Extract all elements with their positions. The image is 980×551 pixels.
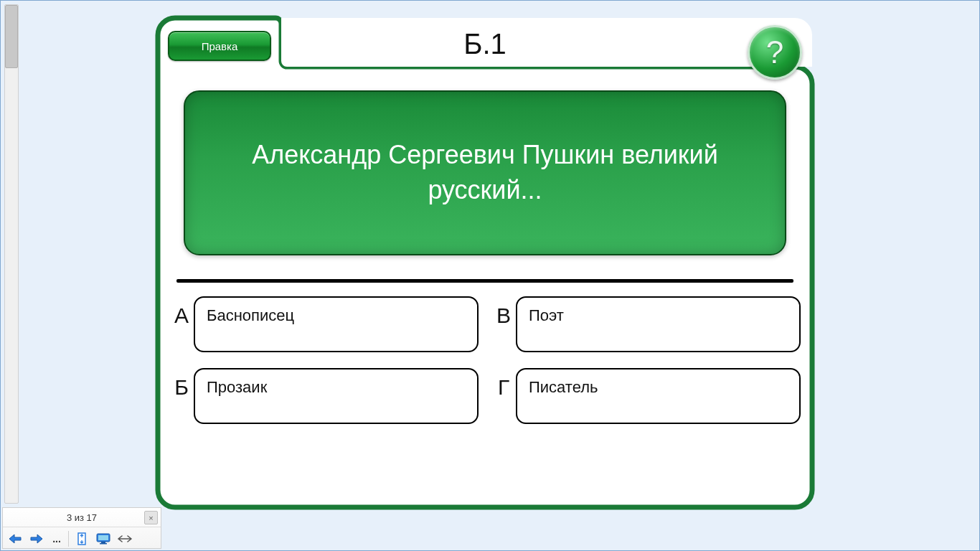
- divider: [176, 279, 793, 283]
- slide: Правка Б.1 ? Александр Сергеевич Пушкин …: [155, 15, 815, 510]
- answer-text: Баснописец: [207, 306, 294, 324]
- toolbar-buttons: ...: [3, 527, 161, 550]
- prev-slide-button[interactable]: [5, 529, 25, 548]
- answer-letter: В: [491, 296, 516, 328]
- answer-a: А Баснописец: [169, 296, 479, 352]
- answer-letter: А: [169, 296, 194, 328]
- answer-letter: Г: [491, 368, 516, 400]
- toolbar-header: 3 из 17 ×: [3, 508, 161, 527]
- more-button[interactable]: ...: [48, 529, 65, 548]
- answer-option[interactable]: Писатель: [516, 368, 801, 424]
- fit-width-icon: [118, 534, 132, 543]
- answer-text: Поэт: [529, 306, 564, 324]
- close-icon: ×: [149, 514, 153, 522]
- scrollbar-thumb[interactable]: [5, 5, 18, 68]
- fit-page-icon: [75, 532, 88, 545]
- answer-b: Б Прозаик: [169, 368, 479, 424]
- navigation-toolbar: 3 из 17 × ...: [2, 507, 161, 549]
- next-slide-button[interactable]: [27, 529, 47, 548]
- question-mark-icon: ?: [766, 34, 783, 70]
- page-indicator: 3 из 17: [67, 512, 97, 523]
- help-button[interactable]: ?: [748, 25, 802, 80]
- toolbar-separator: [68, 531, 69, 547]
- svg-rect-2: [98, 535, 108, 540]
- arrow-left-icon: [8, 533, 22, 545]
- question-box: Александр Сергеевич Пушкин великий русск…: [184, 90, 786, 255]
- fit-width-button[interactable]: [115, 529, 135, 548]
- answer-text: Прозаик: [207, 378, 267, 396]
- app-viewport: Правка Б.1 ? Александр Сергеевич Пушкин …: [0, 0, 980, 551]
- answer-v: В Поэт: [491, 296, 801, 352]
- toolbar-close-button[interactable]: ×: [144, 511, 158, 524]
- answer-letter: Б: [169, 368, 194, 400]
- question-text: Александр Сергеевич Пушкин великий русск…: [199, 138, 771, 207]
- presentation-mode-button[interactable]: [93, 529, 113, 548]
- monitor-icon: [96, 533, 110, 545]
- answer-g: Г Писатель: [491, 368, 801, 424]
- fit-page-button[interactable]: [72, 529, 92, 548]
- answer-option[interactable]: Баснописец: [194, 296, 479, 352]
- answers-grid: А Баснописец В Поэт Б Прозаик Г: [169, 296, 801, 440]
- svg-rect-4: [100, 543, 107, 545]
- arrow-right-icon: [29, 533, 44, 545]
- answer-option[interactable]: Прозаик: [194, 368, 479, 424]
- quiz-card: Правка Б.1 ? Александр Сергеевич Пушкин …: [155, 15, 815, 510]
- answer-text: Писатель: [529, 378, 598, 396]
- ellipsis-icon: ...: [52, 533, 61, 545]
- vertical-scrollbar[interactable]: [4, 4, 19, 504]
- slide-title: Б.1: [155, 28, 815, 60]
- answer-option[interactable]: Поэт: [516, 296, 801, 352]
- svg-rect-3: [101, 542, 105, 543]
